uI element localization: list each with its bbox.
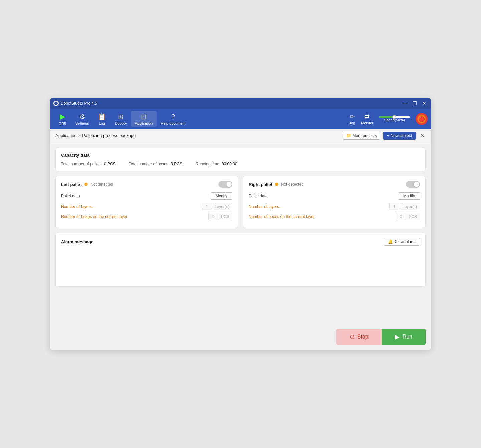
left-pallet-card: Left pallet Not detected Off Pallet data… <box>55 176 238 228</box>
restore-button[interactable]: ❐ <box>411 101 418 106</box>
running-time-value: 00:00:00 <box>222 162 237 166</box>
right-pallet-status-text: Not detected <box>281 182 304 187</box>
left-pallet-status-dot <box>84 183 88 186</box>
app-logo <box>53 101 59 106</box>
toolbar: ▶ CR5 ⚙ Settings 📋 Log ⊞ Dobot+ ⊡ Applic… <box>50 109 431 129</box>
jog-button[interactable]: ✏ Jog <box>349 113 355 125</box>
right-pallet-data-label: Pallet data <box>249 194 268 198</box>
run-label: Run <box>403 334 412 340</box>
left-pallet-toggle[interactable]: Off <box>218 181 232 188</box>
left-boxes-input: 0 PCS <box>208 213 232 220</box>
dobot-plus-label: Dobot+ <box>115 121 127 125</box>
run-icon: ▶ <box>395 333 400 341</box>
left-layers-unit: Layer(s) <box>212 203 232 210</box>
right-pallet-title-group: Right pallet Not detected <box>249 182 304 187</box>
minimize-button[interactable]: — <box>401 101 409 106</box>
stop-label: Stop <box>357 334 368 340</box>
monitor-icon: ⇄ <box>365 113 370 120</box>
stop-icon: ⊙ <box>350 333 355 341</box>
jog-label: Jog <box>349 121 355 125</box>
total-pallets-value: 0 PCS <box>104 162 116 166</box>
toolbar-item-application[interactable]: ⊡ Application <box>131 111 157 127</box>
right-pallet-toggle[interactable]: Off <box>406 181 420 188</box>
help-icon: ? <box>171 113 175 121</box>
right-boxes-row: Number of boxes on the current layer: 0 … <box>249 213 420 220</box>
right-boxes-input: 0 PCS <box>396 213 420 220</box>
window-controls: — ❐ ✕ <box>401 101 428 106</box>
total-boxes-value: 0 PCS <box>171 162 182 166</box>
right-pallet-data-row: Pallet data Modify <box>249 192 420 200</box>
right-layers-input: 1 Layer(s) <box>389 203 420 210</box>
total-boxes-item: Total number of boxes: 0 PCS <box>129 162 182 166</box>
speed-control[interactable]: Speed(50%) <box>379 116 410 122</box>
log-icon: 📋 <box>98 113 106 121</box>
crs-icon: ▶ <box>60 112 65 121</box>
left-pallet-data-label: Pallet data <box>61 194 80 198</box>
monitor-label: Monitor <box>361 121 373 125</box>
right-layers-value: 1 <box>389 203 399 210</box>
left-boxes-unit: PCS <box>218 213 232 220</box>
left-pallet-title-group: Left pallet Not detected <box>61 182 113 187</box>
bottom-bar: ⊙ Stop ▶ Run <box>50 329 431 350</box>
right-layers-label: Number of layers: <box>249 204 280 209</box>
right-pallet-card: Right pallet Not detected Off Pallet dat… <box>243 176 426 228</box>
app-window: DobotStudio Pro 4.5 — ❐ ✕ ▶ CR5 ⚙ Settin… <box>50 98 431 350</box>
left-pallet-modify-button[interactable]: Modify <box>211 192 232 200</box>
toolbar-item-help[interactable]: ? Help document <box>157 111 189 127</box>
emergency-stop-button[interactable]: 🔴 <box>416 113 428 125</box>
close-window-button[interactable]: ✕ <box>421 101 428 106</box>
application-icon: ⊡ <box>141 113 147 121</box>
title-bar: DobotStudio Pro 4.5 — ❐ ✕ <box>50 98 431 109</box>
left-pallet-title: Left pallet <box>61 182 82 187</box>
breadcrumb-current: Palletizing process package <box>82 133 136 138</box>
new-project-button[interactable]: + New project <box>383 132 416 140</box>
toolbar-item-crs[interactable]: ▶ CR5 <box>53 111 71 127</box>
run-button[interactable]: ▶ Run <box>382 329 426 345</box>
right-pallet-status-dot <box>275 183 278 186</box>
running-time-item: Running time: 00:00:00 <box>196 162 237 166</box>
breadcrumb-bar: Application > Palletizing process packag… <box>50 129 431 142</box>
breadcrumb-actions: 📁 More projects + New project ✕ <box>343 132 426 140</box>
monitor-button[interactable]: ⇄ Monitor <box>361 113 373 125</box>
stop-button[interactable]: ⊙ Stop <box>336 329 382 345</box>
application-label: Application <box>135 121 153 125</box>
right-layers-unit: Layer(s) <box>399 203 420 210</box>
left-layers-value: 1 <box>202 203 212 210</box>
main-content: Capacity data Total number of pallets: 0… <box>50 142 431 329</box>
speed-slider[interactable] <box>379 116 410 118</box>
clear-alarm-button[interactable]: 🔔 Clear alarm <box>384 238 420 246</box>
right-pallet-title: Right pallet <box>249 182 272 187</box>
left-pallet-status-text: Not detected <box>90 182 113 187</box>
right-boxes-label: Number of boxes on the current layer: <box>249 214 316 219</box>
running-time-label: Running time: <box>196 162 220 166</box>
right-layers-row: Number of layers: 1 Layer(s) <box>249 203 420 210</box>
alarm-card: Alarm message 🔔 Clear alarm <box>55 233 426 287</box>
settings-icon: ⚙ <box>79 113 85 121</box>
speed-slider-wrap[interactable] <box>379 116 410 118</box>
toolbar-right: ✏ Jog ⇄ Monitor Speed(50%) 🔴 <box>349 113 428 125</box>
more-projects-button[interactable]: 📁 More projects <box>343 132 381 140</box>
toolbar-item-dobot-plus[interactable]: ⊞ Dobot+ <box>111 111 131 127</box>
breadcrumb-parent[interactable]: Application <box>55 133 77 138</box>
left-boxes-value: 0 <box>208 213 218 220</box>
alarm-content <box>61 248 420 282</box>
right-pallet-header: Right pallet Not detected Off <box>249 181 420 188</box>
pallets-row: Left pallet Not detected Off Pallet data… <box>55 176 426 228</box>
toolbar-item-settings[interactable]: ⚙ Settings <box>71 111 93 127</box>
right-pallet-modify-button[interactable]: Modify <box>398 192 420 200</box>
left-layers-label: Number of layers: <box>61 204 93 209</box>
jog-icon: ✏ <box>350 113 355 120</box>
capacity-title: Capacity data <box>61 153 420 158</box>
toolbar-item-log[interactable]: 📋 Log <box>93 111 111 127</box>
folder-icon: 📁 <box>346 133 351 138</box>
clear-alarm-icon: 🔔 <box>388 239 393 244</box>
total-pallets-item: Total number of pallets: 0 PCS <box>61 162 116 166</box>
help-label: Help document <box>161 121 185 125</box>
left-boxes-row: Number of boxes on the current layer: 0 … <box>61 213 232 220</box>
close-page-button[interactable]: ✕ <box>419 132 426 139</box>
log-label: Log <box>99 121 105 125</box>
capacity-row: Total number of pallets: 0 PCS Total num… <box>61 162 420 166</box>
left-toggle-thumb <box>226 182 232 187</box>
crs-label: CR5 <box>59 122 66 126</box>
alarm-header: Alarm message 🔔 Clear alarm <box>61 238 420 246</box>
